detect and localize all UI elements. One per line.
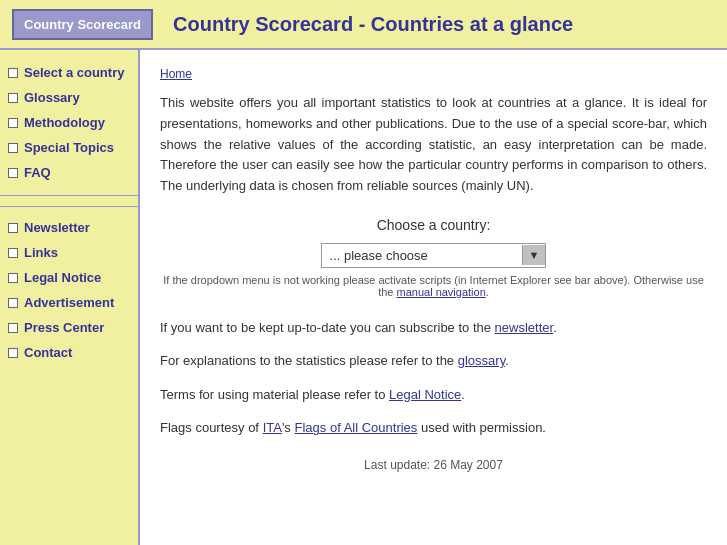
page-title: Country Scorecard - Countries at a glanc…: [173, 13, 573, 36]
sidebar-item-select-country[interactable]: Select a country: [0, 60, 138, 85]
checkbox-icon-select-country: [8, 68, 18, 78]
dropdown-note: If the dropdown menu is not working plea…: [160, 274, 707, 298]
sidebar-label-newsletter: Newsletter: [24, 220, 90, 235]
main-content: Home This website offers you all importa…: [140, 50, 727, 545]
last-update: Last update: 26 May 2007: [160, 458, 707, 472]
info-line-glossary: For explanations to the statistics pleas…: [160, 351, 707, 371]
choose-label: Choose a country:: [160, 217, 707, 233]
choose-section: Choose a country: ... please choose ▼ If…: [160, 217, 707, 298]
info-section: If you want to be kept up-to-date you ca…: [160, 318, 707, 438]
info3-text: Terms for using material please refer to: [160, 387, 385, 402]
flags-text3: used with permission.: [421, 420, 546, 435]
info-line-flags: Flags courtesy of ITA's Flags of All Cou…: [160, 418, 707, 438]
sidebar-section-1: Select a countryGlossaryMethodologySpeci…: [0, 60, 138, 185]
info-line-legal: Terms for using material please refer to…: [160, 385, 707, 405]
sidebar-item-methodology[interactable]: Methodology: [0, 110, 138, 135]
ita-link[interactable]: ITA: [263, 420, 282, 435]
sidebar-item-newsletter[interactable]: Newsletter: [0, 215, 138, 240]
sidebar-label-special-topics: Special Topics: [24, 140, 114, 155]
country-select[interactable]: ... please choose: [322, 244, 522, 267]
glossary-link[interactable]: glossary: [458, 353, 505, 368]
sidebar-label-methodology: Methodology: [24, 115, 105, 130]
newsletter-link[interactable]: newsletter: [495, 320, 554, 335]
logo: Country Scorecard: [12, 9, 153, 40]
page-header: Country Scorecard Country Scorecard - Co…: [0, 0, 727, 50]
breadcrumb: Home: [160, 66, 707, 81]
sidebar-label-select-country: Select a country: [24, 65, 124, 80]
flags-text1: Flags courtesy of: [160, 420, 259, 435]
dropdown-note-end: .: [486, 286, 489, 298]
checkbox-icon-newsletter: [8, 223, 18, 233]
info3-end: .: [461, 387, 465, 402]
sidebar-label-legal-notice: Legal Notice: [24, 270, 101, 285]
info1-end: .: [553, 320, 557, 335]
checkbox-icon-links: [8, 248, 18, 258]
sidebar-item-press-center[interactable]: Press Center: [0, 315, 138, 340]
manual-navigation-link[interactable]: manual navigation: [397, 286, 486, 298]
checkbox-icon-legal-notice: [8, 273, 18, 283]
sidebar-label-press-center: Press Center: [24, 320, 104, 335]
checkbox-icon-press-center: [8, 323, 18, 333]
country-dropdown-wrapper: ... please choose ▼: [321, 243, 547, 268]
home-link[interactable]: Home: [160, 67, 192, 81]
legal-notice-link[interactable]: Legal Notice: [389, 387, 461, 402]
sidebar-label-advertisement: Advertisement: [24, 295, 114, 310]
sidebar-divider-bottom: [0, 206, 138, 207]
sidebar-divider-top: [0, 195, 138, 196]
checkbox-icon-special-topics: [8, 143, 18, 153]
info2-end: .: [505, 353, 509, 368]
dropdown-arrow-icon[interactable]: ▼: [522, 245, 546, 265]
sidebar-item-links[interactable]: Links: [0, 240, 138, 265]
sidebar-label-links: Links: [24, 245, 58, 260]
info-line-newsletter: If you want to be kept up-to-date you ca…: [160, 318, 707, 338]
sidebar-section-3: NewsletterLinksLegal NoticeAdvertisement…: [0, 215, 138, 365]
info2-text: For explanations to the statistics pleas…: [160, 353, 454, 368]
checkbox-icon-faq: [8, 168, 18, 178]
checkbox-icon-contact: [8, 348, 18, 358]
checkbox-icon-methodology: [8, 118, 18, 128]
sidebar-item-glossary[interactable]: Glossary: [0, 85, 138, 110]
sidebar-item-special-topics[interactable]: Special Topics: [0, 135, 138, 160]
intro-text: This website offers you all important st…: [160, 93, 707, 197]
flags-of-all-countries-link[interactable]: Flags of All Countries: [295, 420, 418, 435]
info1-text: If you want to be kept up-to-date you ca…: [160, 320, 491, 335]
checkbox-icon-advertisement: [8, 298, 18, 308]
sidebar: Select a countryGlossaryMethodologySpeci…: [0, 50, 140, 545]
sidebar-item-faq[interactable]: FAQ: [0, 160, 138, 185]
sidebar-item-legal-notice[interactable]: Legal Notice: [0, 265, 138, 290]
sidebar-label-glossary: Glossary: [24, 90, 80, 105]
sidebar-item-contact[interactable]: Contact: [0, 340, 138, 365]
sidebar-item-advertisement[interactable]: Advertisement: [0, 290, 138, 315]
sidebar-label-contact: Contact: [24, 345, 72, 360]
main-layout: Select a countryGlossaryMethodologySpeci…: [0, 50, 727, 545]
sidebar-label-faq: FAQ: [24, 165, 51, 180]
flags-text2: 's: [282, 420, 291, 435]
checkbox-icon-glossary: [8, 93, 18, 103]
